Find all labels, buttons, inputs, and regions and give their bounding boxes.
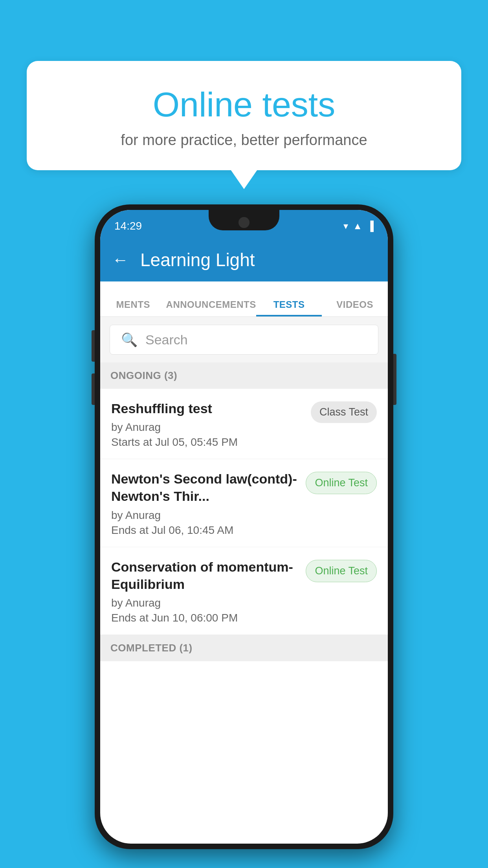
phone-outer: 14:29 ▾ ▲ ▐ ← Learning Light MENTS ANNOU… xyxy=(95,204,393,849)
test-info: Newton's Second law(contd)-Newton's Thir… xyxy=(111,470,298,536)
test-badge-online: Online Test xyxy=(306,472,377,494)
search-container: 🔍 Search xyxy=(100,317,388,362)
completed-section-header: COMPLETED (1) xyxy=(100,635,388,661)
tab-announcements[interactable]: ANNOUNCEMENTS xyxy=(166,299,256,316)
tab-videos[interactable]: VIDEOS xyxy=(322,299,388,316)
ongoing-section-header: ONGOING (3) xyxy=(100,362,388,389)
test-author: by Anurag xyxy=(111,509,298,522)
test-author: by Anurag xyxy=(111,421,303,434)
app-bar: ← Learning Light xyxy=(100,238,388,281)
phone-notch xyxy=(209,210,279,230)
status-time: 14:29 xyxy=(114,220,142,232)
test-name: Conservation of momentum-Equilibrium xyxy=(111,558,298,593)
completed-section-label: COMPLETED (1) xyxy=(110,642,193,654)
ongoing-section-label: ONGOING (3) xyxy=(110,370,177,381)
test-item[interactable]: Newton's Second law(contd)-Newton's Thir… xyxy=(100,459,388,547)
test-date: Starts at Jul 05, 05:45 PM xyxy=(111,436,303,449)
test-author: by Anurag xyxy=(111,597,298,609)
test-date: Ends at Jul 06, 10:45 AM xyxy=(111,524,298,537)
test-info: Conservation of momentum-Equilibrium by … xyxy=(111,558,298,624)
app-title: Learning Light xyxy=(140,249,255,270)
test-badge-online-2: Online Test xyxy=(306,560,377,582)
battery-icon: ▐ xyxy=(367,221,374,232)
speech-bubble-title: Online tests xyxy=(46,85,442,125)
app-content: 🔍 Search ONGOING (3) Reshuffling test by… xyxy=(100,317,388,844)
tab-ments[interactable]: MENTS xyxy=(100,299,166,316)
status-icons: ▾ ▲ ▐ xyxy=(343,221,374,232)
signal-icon: ▲ xyxy=(353,221,362,232)
speech-bubble-subtitle: for more practice, better performance xyxy=(46,132,442,149)
volume-down-button xyxy=(92,373,95,405)
test-name: Newton's Second law(contd)-Newton's Thir… xyxy=(111,470,298,505)
test-badge-class: Class Test xyxy=(311,401,377,423)
volume-up-button xyxy=(92,330,95,362)
phone-mockup: 14:29 ▾ ▲ ▐ ← Learning Light MENTS ANNOU… xyxy=(95,204,393,849)
phone-screen: 14:29 ▾ ▲ ▐ ← Learning Light MENTS ANNOU… xyxy=(100,210,388,844)
front-camera xyxy=(238,217,250,228)
speech-bubble: Online tests for more practice, better p… xyxy=(27,61,461,170)
wifi-icon: ▾ xyxy=(343,221,348,232)
search-input[interactable]: Search xyxy=(145,332,188,348)
test-name: Reshuffling test xyxy=(111,400,303,417)
test-item[interactable]: Reshuffling test by Anurag Starts at Jul… xyxy=(100,389,388,459)
power-button xyxy=(393,354,396,405)
search-box[interactable]: 🔍 Search xyxy=(110,325,378,355)
back-button[interactable]: ← xyxy=(112,250,128,269)
test-date: Ends at Jun 10, 06:00 PM xyxy=(111,612,298,624)
test-info: Reshuffling test by Anurag Starts at Jul… xyxy=(111,400,303,449)
search-icon: 🔍 xyxy=(121,332,138,348)
tabs-bar: MENTS ANNOUNCEMENTS TESTS VIDEOS xyxy=(100,281,388,317)
test-item[interactable]: Conservation of momentum-Equilibrium by … xyxy=(100,547,388,635)
tab-tests[interactable]: TESTS xyxy=(256,299,322,316)
